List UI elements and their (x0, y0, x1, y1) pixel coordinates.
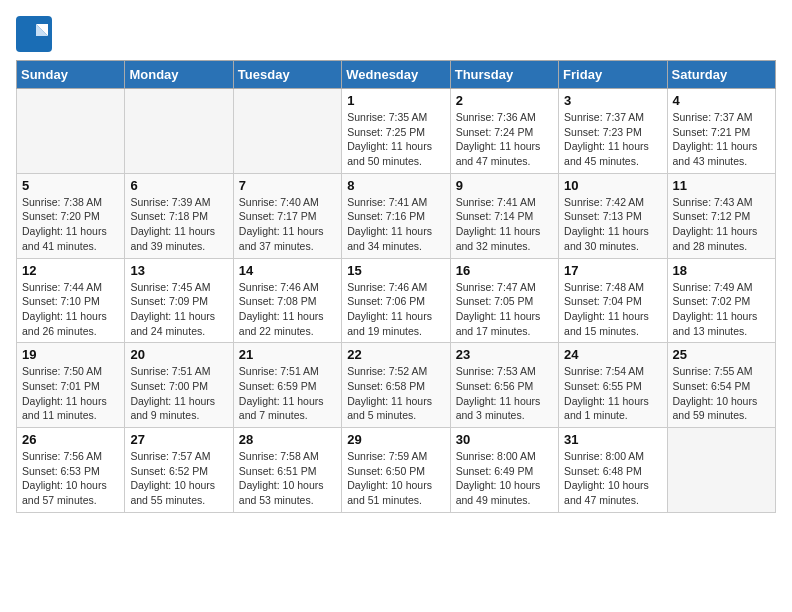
day-number: 24 (564, 347, 661, 362)
day-info: Sunrise: 7:53 AM Sunset: 6:56 PM Dayligh… (456, 364, 553, 423)
calendar-cell (17, 89, 125, 174)
calendar-cell: 18Sunrise: 7:49 AM Sunset: 7:02 PM Dayli… (667, 258, 775, 343)
calendar-cell: 22Sunrise: 7:52 AM Sunset: 6:58 PM Dayli… (342, 343, 450, 428)
day-number: 28 (239, 432, 336, 447)
day-info: Sunrise: 7:40 AM Sunset: 7:17 PM Dayligh… (239, 195, 336, 254)
calendar-cell: 23Sunrise: 7:53 AM Sunset: 6:56 PM Dayli… (450, 343, 558, 428)
calendar-table: SundayMondayTuesdayWednesdayThursdayFrid… (16, 60, 776, 513)
weekday-header-tuesday: Tuesday (233, 61, 341, 89)
calendar-cell: 3Sunrise: 7:37 AM Sunset: 7:23 PM Daylig… (559, 89, 667, 174)
day-number: 22 (347, 347, 444, 362)
day-info: Sunrise: 7:47 AM Sunset: 7:05 PM Dayligh… (456, 280, 553, 339)
page-header (16, 16, 776, 52)
weekday-header-friday: Friday (559, 61, 667, 89)
day-info: Sunrise: 7:41 AM Sunset: 7:14 PM Dayligh… (456, 195, 553, 254)
logo-icon (16, 16, 52, 52)
calendar-cell (667, 428, 775, 513)
day-info: Sunrise: 7:45 AM Sunset: 7:09 PM Dayligh… (130, 280, 227, 339)
day-number: 16 (456, 263, 553, 278)
day-info: Sunrise: 7:44 AM Sunset: 7:10 PM Dayligh… (22, 280, 119, 339)
day-number: 30 (456, 432, 553, 447)
day-info: Sunrise: 7:48 AM Sunset: 7:04 PM Dayligh… (564, 280, 661, 339)
day-info: Sunrise: 7:35 AM Sunset: 7:25 PM Dayligh… (347, 110, 444, 169)
day-info: Sunrise: 7:46 AM Sunset: 7:06 PM Dayligh… (347, 280, 444, 339)
calendar-cell: 24Sunrise: 7:54 AM Sunset: 6:55 PM Dayli… (559, 343, 667, 428)
day-number: 26 (22, 432, 119, 447)
weekday-header-row: SundayMondayTuesdayWednesdayThursdayFrid… (17, 61, 776, 89)
calendar-cell (125, 89, 233, 174)
calendar-cell (233, 89, 341, 174)
day-info: Sunrise: 7:54 AM Sunset: 6:55 PM Dayligh… (564, 364, 661, 423)
calendar-cell: 14Sunrise: 7:46 AM Sunset: 7:08 PM Dayli… (233, 258, 341, 343)
calendar-week-row: 26Sunrise: 7:56 AM Sunset: 6:53 PM Dayli… (17, 428, 776, 513)
weekday-header-wednesday: Wednesday (342, 61, 450, 89)
day-number: 25 (673, 347, 770, 362)
day-info: Sunrise: 7:49 AM Sunset: 7:02 PM Dayligh… (673, 280, 770, 339)
calendar-cell: 4Sunrise: 7:37 AM Sunset: 7:21 PM Daylig… (667, 89, 775, 174)
weekday-header-monday: Monday (125, 61, 233, 89)
calendar-cell: 19Sunrise: 7:50 AM Sunset: 7:01 PM Dayli… (17, 343, 125, 428)
day-number: 4 (673, 93, 770, 108)
calendar-cell: 17Sunrise: 7:48 AM Sunset: 7:04 PM Dayli… (559, 258, 667, 343)
day-info: Sunrise: 8:00 AM Sunset: 6:49 PM Dayligh… (456, 449, 553, 508)
day-info: Sunrise: 7:58 AM Sunset: 6:51 PM Dayligh… (239, 449, 336, 508)
day-info: Sunrise: 7:56 AM Sunset: 6:53 PM Dayligh… (22, 449, 119, 508)
calendar-cell: 31Sunrise: 8:00 AM Sunset: 6:48 PM Dayli… (559, 428, 667, 513)
day-number: 31 (564, 432, 661, 447)
calendar-week-row: 1Sunrise: 7:35 AM Sunset: 7:25 PM Daylig… (17, 89, 776, 174)
day-number: 13 (130, 263, 227, 278)
day-info: Sunrise: 7:41 AM Sunset: 7:16 PM Dayligh… (347, 195, 444, 254)
day-info: Sunrise: 7:59 AM Sunset: 6:50 PM Dayligh… (347, 449, 444, 508)
calendar-week-row: 19Sunrise: 7:50 AM Sunset: 7:01 PM Dayli… (17, 343, 776, 428)
calendar-cell: 7Sunrise: 7:40 AM Sunset: 7:17 PM Daylig… (233, 173, 341, 258)
day-info: Sunrise: 7:38 AM Sunset: 7:20 PM Dayligh… (22, 195, 119, 254)
day-number: 21 (239, 347, 336, 362)
day-number: 5 (22, 178, 119, 193)
day-info: Sunrise: 7:37 AM Sunset: 7:21 PM Dayligh… (673, 110, 770, 169)
calendar-cell: 21Sunrise: 7:51 AM Sunset: 6:59 PM Dayli… (233, 343, 341, 428)
day-info: Sunrise: 7:50 AM Sunset: 7:01 PM Dayligh… (22, 364, 119, 423)
day-info: Sunrise: 7:37 AM Sunset: 7:23 PM Dayligh… (564, 110, 661, 169)
day-number: 8 (347, 178, 444, 193)
calendar-cell: 10Sunrise: 7:42 AM Sunset: 7:13 PM Dayli… (559, 173, 667, 258)
day-info: Sunrise: 7:42 AM Sunset: 7:13 PM Dayligh… (564, 195, 661, 254)
calendar-cell: 12Sunrise: 7:44 AM Sunset: 7:10 PM Dayli… (17, 258, 125, 343)
day-info: Sunrise: 7:46 AM Sunset: 7:08 PM Dayligh… (239, 280, 336, 339)
day-info: Sunrise: 7:52 AM Sunset: 6:58 PM Dayligh… (347, 364, 444, 423)
day-number: 15 (347, 263, 444, 278)
day-info: Sunrise: 7:51 AM Sunset: 6:59 PM Dayligh… (239, 364, 336, 423)
day-number: 9 (456, 178, 553, 193)
calendar-cell: 1Sunrise: 7:35 AM Sunset: 7:25 PM Daylig… (342, 89, 450, 174)
calendar-cell: 9Sunrise: 7:41 AM Sunset: 7:14 PM Daylig… (450, 173, 558, 258)
calendar-cell: 25Sunrise: 7:55 AM Sunset: 6:54 PM Dayli… (667, 343, 775, 428)
day-info: Sunrise: 7:43 AM Sunset: 7:12 PM Dayligh… (673, 195, 770, 254)
calendar-cell: 20Sunrise: 7:51 AM Sunset: 7:00 PM Dayli… (125, 343, 233, 428)
day-info: Sunrise: 7:36 AM Sunset: 7:24 PM Dayligh… (456, 110, 553, 169)
weekday-header-saturday: Saturday (667, 61, 775, 89)
calendar-cell: 29Sunrise: 7:59 AM Sunset: 6:50 PM Dayli… (342, 428, 450, 513)
day-number: 20 (130, 347, 227, 362)
day-number: 7 (239, 178, 336, 193)
day-number: 2 (456, 93, 553, 108)
day-info: Sunrise: 7:51 AM Sunset: 7:00 PM Dayligh… (130, 364, 227, 423)
calendar-week-row: 5Sunrise: 7:38 AM Sunset: 7:20 PM Daylig… (17, 173, 776, 258)
day-number: 1 (347, 93, 444, 108)
calendar-cell: 5Sunrise: 7:38 AM Sunset: 7:20 PM Daylig… (17, 173, 125, 258)
day-info: Sunrise: 8:00 AM Sunset: 6:48 PM Dayligh… (564, 449, 661, 508)
calendar-cell: 30Sunrise: 8:00 AM Sunset: 6:49 PM Dayli… (450, 428, 558, 513)
day-number: 23 (456, 347, 553, 362)
day-number: 29 (347, 432, 444, 447)
calendar-cell: 13Sunrise: 7:45 AM Sunset: 7:09 PM Dayli… (125, 258, 233, 343)
calendar-cell: 28Sunrise: 7:58 AM Sunset: 6:51 PM Dayli… (233, 428, 341, 513)
weekday-header-thursday: Thursday (450, 61, 558, 89)
calendar-cell: 16Sunrise: 7:47 AM Sunset: 7:05 PM Dayli… (450, 258, 558, 343)
day-info: Sunrise: 7:39 AM Sunset: 7:18 PM Dayligh… (130, 195, 227, 254)
day-number: 12 (22, 263, 119, 278)
calendar-cell: 6Sunrise: 7:39 AM Sunset: 7:18 PM Daylig… (125, 173, 233, 258)
calendar-cell: 26Sunrise: 7:56 AM Sunset: 6:53 PM Dayli… (17, 428, 125, 513)
calendar-week-row: 12Sunrise: 7:44 AM Sunset: 7:10 PM Dayli… (17, 258, 776, 343)
calendar-cell: 8Sunrise: 7:41 AM Sunset: 7:16 PM Daylig… (342, 173, 450, 258)
day-number: 18 (673, 263, 770, 278)
weekday-header-sunday: Sunday (17, 61, 125, 89)
day-number: 14 (239, 263, 336, 278)
